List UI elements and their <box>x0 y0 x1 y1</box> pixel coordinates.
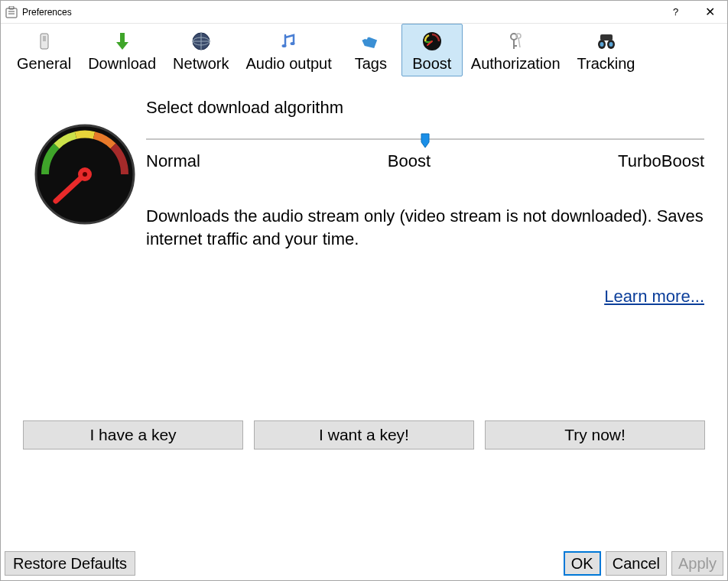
cancel-button[interactable]: Cancel <box>606 551 667 576</box>
app-icon <box>5 6 18 18</box>
slider-label-turboboost: TurboBoost <box>618 151 704 171</box>
keys-icon <box>505 31 526 52</box>
gauge-illustration <box>31 121 138 230</box>
tab-tags[interactable]: Tags <box>340 24 401 76</box>
svg-point-13 <box>365 37 367 40</box>
tab-label: Network <box>173 55 229 73</box>
tab-label: Audio output <box>245 55 331 73</box>
slider-label-normal: Normal <box>146 151 200 171</box>
tab-tracking[interactable]: Tracking <box>569 24 644 76</box>
slider-thumb-icon <box>421 133 430 148</box>
svg-point-23 <box>600 42 603 47</box>
have-key-button[interactable]: I have a key <box>23 420 243 450</box>
svg-point-12 <box>290 42 294 45</box>
network-icon <box>190 31 212 52</box>
tab-network[interactable]: Network <box>164 24 237 76</box>
tab-general[interactable]: General <box>8 24 80 76</box>
svg-rect-6 <box>120 33 125 42</box>
algorithm-slider[interactable] <box>146 131 704 147</box>
tab-authorization[interactable]: Authorization <box>463 24 569 76</box>
tab-label: Tags <box>355 55 387 73</box>
help-button[interactable]: ? <box>658 1 693 24</box>
download-icon <box>112 31 133 52</box>
window-title: Preferences <box>22 7 72 18</box>
svg-rect-25 <box>600 34 613 41</box>
key-button-row: I have a key I want a key! Try now! <box>23 420 705 450</box>
tab-label: General <box>17 55 71 73</box>
svg-rect-5 <box>43 36 46 41</box>
tags-icon <box>360 31 382 52</box>
learn-more-link[interactable]: Learn more... <box>604 287 704 306</box>
tab-bar: General Download Network <box>1 24 727 76</box>
ok-button[interactable]: OK <box>564 551 601 576</box>
svg-line-20 <box>518 38 520 47</box>
tab-label: Authorization <box>471 55 561 73</box>
svg-point-24 <box>609 42 613 47</box>
titlebar: Preferences ? ✕ <box>1 1 727 24</box>
tab-audio-output[interactable]: Audio output <box>237 24 340 76</box>
slider-label-boost: Boost <box>388 151 431 171</box>
dialog-footer: Restore Defaults OK Cancel Apply <box>0 546 728 581</box>
svg-point-30 <box>83 172 87 177</box>
try-now-button[interactable]: Try now! <box>485 420 705 450</box>
svg-point-11 <box>281 44 286 47</box>
algorithm-description: Downloads the audio stream only (video s… <box>146 205 704 250</box>
boost-icon <box>421 31 443 52</box>
restore-defaults-button[interactable]: Restore Defaults <box>5 551 135 576</box>
gear-icon <box>34 31 55 52</box>
audio-icon <box>278 31 300 52</box>
tab-label: Download <box>88 55 156 73</box>
tab-boost[interactable]: Boost <box>401 24 463 76</box>
close-button[interactable]: ✕ <box>693 1 727 24</box>
binoculars-icon <box>596 31 617 52</box>
tab-download[interactable]: Download <box>80 24 164 76</box>
apply-button[interactable]: Apply <box>671 551 723 576</box>
tab-label: Boost <box>412 55 451 73</box>
tab-label: Tracking <box>577 55 635 73</box>
svg-rect-0 <box>6 8 17 18</box>
want-key-button[interactable]: I want a key! <box>254 420 474 450</box>
section-heading: Select download algorithm <box>146 98 704 118</box>
